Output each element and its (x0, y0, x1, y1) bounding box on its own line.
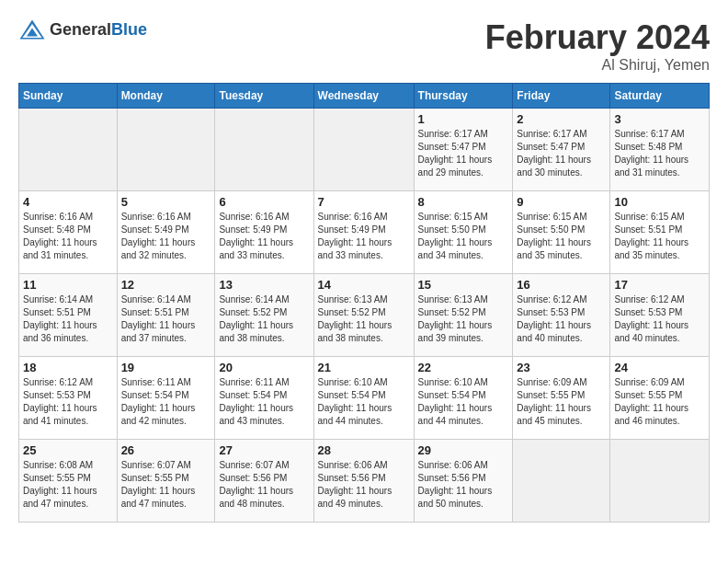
day-number: 3 (614, 112, 705, 126)
day-number: 22 (418, 361, 509, 374)
calendar-week-row: 25Sunrise: 6:08 AMSunset: 5:55 PMDayligh… (19, 440, 710, 523)
weekday-header-row: SundayMondayTuesdayWednesdayThursdayFrid… (19, 84, 710, 109)
day-number: 13 (219, 278, 309, 292)
day-number: 6 (219, 195, 309, 209)
calendar-day-cell: 1Sunrise: 6:17 AMSunset: 5:47 PMDaylight… (414, 109, 513, 191)
location-title: Al Shiruj, Yemen (485, 57, 710, 74)
calendar-day-cell: 8Sunrise: 6:15 AMSunset: 5:50 PMDaylight… (414, 191, 513, 274)
day-info: Sunrise: 6:08 AMSunset: 5:55 PMDaylight:… (23, 459, 113, 511)
day-info: Sunrise: 6:17 AMSunset: 5:47 PMDaylight:… (517, 128, 606, 179)
calendar-day-cell: 10Sunrise: 6:15 AMSunset: 5:51 PMDayligh… (610, 191, 710, 274)
day-number: 29 (418, 443, 509, 457)
day-info: Sunrise: 6:14 AMSunset: 5:51 PMDaylight:… (121, 293, 211, 345)
calendar-day-cell: 29Sunrise: 6:06 AMSunset: 5:56 PMDayligh… (414, 440, 513, 523)
calendar-day-cell: 14Sunrise: 6:13 AMSunset: 5:52 PMDayligh… (313, 274, 414, 357)
day-number: 2 (517, 112, 606, 126)
calendar-day-cell: 19Sunrise: 6:11 AMSunset: 5:54 PMDayligh… (117, 357, 215, 440)
day-info: Sunrise: 6:09 AMSunset: 5:55 PMDaylight:… (614, 376, 705, 428)
calendar-day-cell (610, 440, 710, 523)
calendar-day-cell: 7Sunrise: 6:16 AMSunset: 5:49 PMDaylight… (313, 191, 414, 274)
day-info: Sunrise: 6:15 AMSunset: 5:50 PMDaylight:… (418, 211, 509, 262)
calendar-day-cell (117, 109, 215, 191)
day-number: 8 (418, 195, 509, 209)
day-info: Sunrise: 6:13 AMSunset: 5:52 PMDaylight:… (318, 293, 410, 345)
month-year-title: February 2024 (485, 18, 710, 57)
weekday-header-cell: Sunday (19, 84, 118, 109)
day-number: 26 (121, 443, 211, 457)
logo: GeneralBlue (18, 18, 147, 40)
day-number: 18 (23, 361, 113, 374)
calendar-day-cell: 18Sunrise: 6:12 AMSunset: 5:53 PMDayligh… (19, 357, 118, 440)
calendar-day-cell: 23Sunrise: 6:09 AMSunset: 5:55 PMDayligh… (513, 357, 610, 440)
day-number: 19 (121, 361, 211, 374)
day-info: Sunrise: 6:12 AMSunset: 5:53 PMDaylight:… (23, 376, 113, 428)
calendar-week-row: 4Sunrise: 6:16 AMSunset: 5:48 PMDaylight… (19, 191, 710, 274)
day-info: Sunrise: 6:17 AMSunset: 5:48 PMDaylight:… (614, 128, 705, 179)
day-info: Sunrise: 6:12 AMSunset: 5:53 PMDaylight:… (517, 293, 606, 345)
day-number: 16 (517, 278, 606, 292)
day-info: Sunrise: 6:11 AMSunset: 5:54 PMDaylight:… (121, 376, 211, 428)
day-info: Sunrise: 6:11 AMSunset: 5:54 PMDaylight:… (219, 376, 309, 428)
calendar-day-cell (215, 109, 313, 191)
day-number: 10 (614, 195, 705, 209)
day-number: 20 (219, 361, 309, 374)
calendar-day-cell (313, 109, 414, 191)
day-info: Sunrise: 6:14 AMSunset: 5:52 PMDaylight:… (219, 293, 309, 345)
day-number: 24 (614, 361, 705, 374)
day-number: 28 (318, 443, 410, 457)
calendar-day-cell: 2Sunrise: 6:17 AMSunset: 5:47 PMDaylight… (513, 109, 610, 191)
day-info: Sunrise: 6:16 AMSunset: 5:49 PMDaylight:… (121, 211, 211, 262)
day-number: 17 (614, 278, 705, 292)
calendar-day-cell (513, 440, 610, 523)
logo-icon (18, 18, 46, 40)
day-number: 15 (418, 278, 509, 292)
title-area: February 2024 Al Shiruj, Yemen (485, 18, 710, 74)
day-info: Sunrise: 6:14 AMSunset: 5:51 PMDaylight:… (23, 293, 113, 345)
day-number: 21 (318, 361, 410, 374)
day-info: Sunrise: 6:06 AMSunset: 5:56 PMDaylight:… (418, 459, 509, 511)
logo-text-general: General (50, 20, 111, 39)
calendar-day-cell: 11Sunrise: 6:14 AMSunset: 5:51 PMDayligh… (19, 274, 118, 357)
calendar-day-cell: 9Sunrise: 6:15 AMSunset: 5:50 PMDaylight… (513, 191, 610, 274)
day-number: 7 (318, 195, 410, 209)
day-info: Sunrise: 6:07 AMSunset: 5:56 PMDaylight:… (219, 459, 309, 511)
day-number: 1 (418, 112, 509, 126)
calendar-day-cell: 6Sunrise: 6:16 AMSunset: 5:49 PMDaylight… (215, 191, 313, 274)
day-info: Sunrise: 6:09 AMSunset: 5:55 PMDaylight:… (517, 376, 606, 428)
calendar-day-cell: 24Sunrise: 6:09 AMSunset: 5:55 PMDayligh… (610, 357, 710, 440)
calendar-day-cell: 12Sunrise: 6:14 AMSunset: 5:51 PMDayligh… (117, 274, 215, 357)
day-info: Sunrise: 6:10 AMSunset: 5:54 PMDaylight:… (418, 376, 509, 428)
day-number: 27 (219, 443, 309, 457)
calendar-week-row: 18Sunrise: 6:12 AMSunset: 5:53 PMDayligh… (19, 357, 710, 440)
calendar-body: 1Sunrise: 6:17 AMSunset: 5:47 PMDaylight… (19, 109, 710, 523)
weekday-header-cell: Friday (513, 84, 610, 109)
calendar-day-cell: 4Sunrise: 6:16 AMSunset: 5:48 PMDaylight… (19, 191, 118, 274)
day-number: 4 (23, 195, 113, 209)
day-number: 25 (23, 443, 113, 457)
day-info: Sunrise: 6:07 AMSunset: 5:55 PMDaylight:… (121, 459, 211, 511)
day-info: Sunrise: 6:12 AMSunset: 5:53 PMDaylight:… (614, 293, 705, 345)
day-number: 23 (517, 361, 606, 374)
calendar-day-cell (19, 109, 118, 191)
calendar-day-cell: 21Sunrise: 6:10 AMSunset: 5:54 PMDayligh… (313, 357, 414, 440)
calendar-day-cell: 3Sunrise: 6:17 AMSunset: 5:48 PMDaylight… (610, 109, 710, 191)
calendar-day-cell: 27Sunrise: 6:07 AMSunset: 5:56 PMDayligh… (215, 440, 313, 523)
day-number: 14 (318, 278, 410, 292)
calendar-day-cell: 17Sunrise: 6:12 AMSunset: 5:53 PMDayligh… (610, 274, 710, 357)
day-info: Sunrise: 6:15 AMSunset: 5:51 PMDaylight:… (614, 211, 705, 262)
header: GeneralBlue February 2024 Al Shiruj, Yem… (18, 18, 710, 74)
day-info: Sunrise: 6:10 AMSunset: 5:54 PMDaylight:… (318, 376, 410, 428)
weekday-header-cell: Wednesday (313, 84, 414, 109)
day-number: 12 (121, 278, 211, 292)
calendar-day-cell: 16Sunrise: 6:12 AMSunset: 5:53 PMDayligh… (513, 274, 610, 357)
day-info: Sunrise: 6:15 AMSunset: 5:50 PMDaylight:… (517, 211, 606, 262)
calendar-day-cell: 13Sunrise: 6:14 AMSunset: 5:52 PMDayligh… (215, 274, 313, 357)
weekday-header-cell: Thursday (414, 84, 513, 109)
weekday-header-cell: Tuesday (215, 84, 313, 109)
calendar-day-cell: 5Sunrise: 6:16 AMSunset: 5:49 PMDaylight… (117, 191, 215, 274)
day-number: 9 (517, 195, 606, 209)
calendar-week-row: 11Sunrise: 6:14 AMSunset: 5:51 PMDayligh… (19, 274, 710, 357)
calendar-day-cell: 28Sunrise: 6:06 AMSunset: 5:56 PMDayligh… (313, 440, 414, 523)
day-number: 11 (23, 278, 113, 292)
calendar-table: SundayMondayTuesdayWednesdayThursdayFrid… (18, 83, 710, 523)
